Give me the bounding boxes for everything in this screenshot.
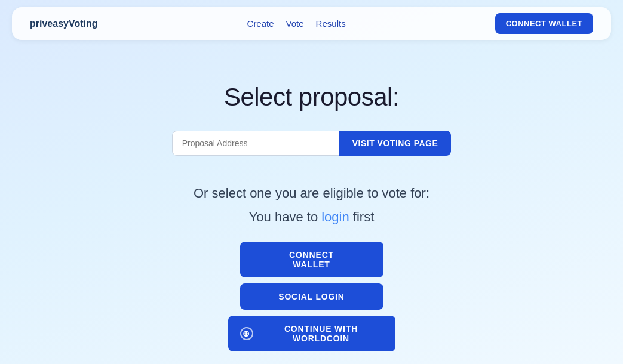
login-text-after: first — [349, 209, 375, 224]
or-eligible-text: Or select one you are eligible to vote f… — [194, 186, 429, 201]
visit-voting-page-button[interactable]: VISIT VOTING PAGE — [339, 131, 452, 156]
proposal-row: VISIT VOTING PAGE — [172, 131, 452, 156]
worldcoin-label: CONTINUE WITH WORLDCOIN — [259, 324, 383, 343]
login-link[interactable]: login — [321, 209, 349, 224]
proposal-address-input[interactable] — [172, 131, 339, 156]
main-content: Select proposal: VISIT VOTING PAGE Or se… — [0, 47, 623, 351]
action-buttons: CONNECT WALLET SOCIAL LOGIN ⊕ CONTINUE W… — [228, 242, 395, 351]
nav-brand[interactable]: priveasyVoting — [30, 18, 98, 29]
worldcoin-button[interactable]: ⊕ CONTINUE WITH WORLDCOIN — [228, 316, 395, 351]
nav-links: Create Vote Results — [247, 18, 346, 29]
login-required-text: You have to login first — [249, 209, 375, 225]
nav-link-vote[interactable]: Vote — [286, 18, 304, 29]
login-text-before: You have to — [249, 209, 322, 224]
connect-wallet-button[interactable]: CONNECT WALLET — [240, 242, 383, 277]
connect-wallet-nav-button[interactable]: CONNECT WALLET — [495, 13, 593, 34]
worldcoin-icon: ⊕ — [240, 327, 253, 340]
nav-link-create[interactable]: Create — [247, 18, 274, 29]
page-title: Select proposal: — [224, 83, 399, 112]
social-login-button[interactable]: SOCIAL LOGIN — [240, 283, 383, 310]
nav-link-results[interactable]: Results — [316, 18, 346, 29]
navbar: priveasyVoting Create Vote Results CONNE… — [12, 7, 611, 40]
